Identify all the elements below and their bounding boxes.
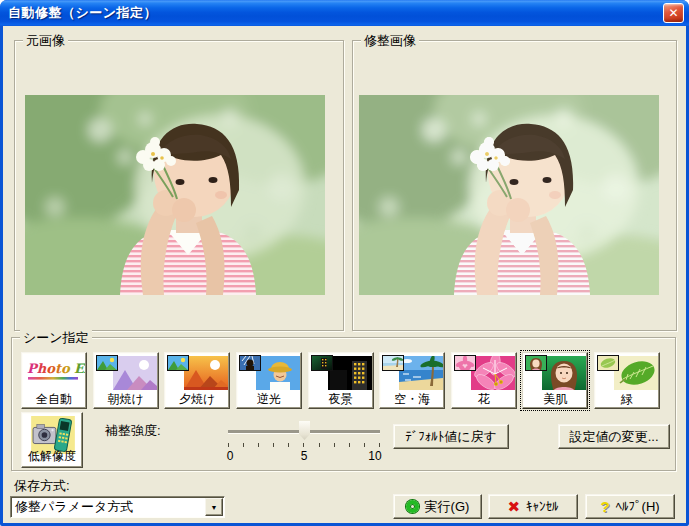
scene-button-skin[interactable]: 美肌 xyxy=(522,352,588,409)
titlebar[interactable]: 自動修整（シーン指定） ✕ xyxy=(0,0,689,26)
flower-thumb-icon xyxy=(454,355,476,371)
dialog-auto-correction: 自動修整（シーン指定） ✕ 元画像 修整画像 シーン指定 Photo EArt xyxy=(0,0,689,526)
sky-sea-icon xyxy=(399,356,443,390)
change-settings-button[interactable]: 設定値の変更... xyxy=(558,424,670,449)
scene-button-backlight[interactable]: 逆光 xyxy=(236,352,302,409)
scene-label: 全自動 xyxy=(22,393,86,406)
sunset-icon xyxy=(184,356,228,390)
help-label: ﾍﾙﾌﾟ(H) xyxy=(616,499,660,514)
skin-icon xyxy=(542,356,586,390)
cancel-label: ｷｬﾝｾﾙ xyxy=(526,499,559,514)
normal-scene-thumb-icon xyxy=(167,355,189,371)
photoeart-logo-icon: Photo EArt xyxy=(25,357,85,391)
run-label: 実行(G) xyxy=(425,498,470,516)
change-settings-label: 設定値の変更... xyxy=(569,428,658,446)
tick-label-5: 5 xyxy=(301,449,308,463)
backlight-icon xyxy=(256,356,300,390)
dialog-body: 元画像 修整画像 シーン指定 Photo EArt 全自動 xyxy=(3,26,686,523)
night-thumb-icon xyxy=(311,355,333,371)
reset-default-button[interactable]: ﾃﾞﾌｫﾙﾄ値に戻す xyxy=(393,424,509,449)
cancel-button[interactable]: ✖ ｷｬﾝｾﾙ xyxy=(488,494,578,519)
group-corrected-label: 修整画像 xyxy=(361,33,419,48)
strength-label: 補整強度: xyxy=(105,422,161,440)
scene-label: 逆光 xyxy=(237,393,301,406)
scene-button-night-view[interactable]: 夜景 xyxy=(308,352,374,409)
scene-button-sunset[interactable]: 夕焼け xyxy=(164,352,230,409)
close-icon: ✕ xyxy=(668,6,678,20)
scene-button-sky-sea[interactable]: 空・海 xyxy=(379,352,445,409)
leaf-thumb-icon xyxy=(597,355,619,371)
original-photo xyxy=(25,95,325,295)
corrected-photo xyxy=(359,95,659,295)
scene-button-full-auto[interactable]: Photo EArt 全自動 xyxy=(21,352,87,409)
scene-label: 夕焼け xyxy=(165,393,229,406)
green-leaf-icon xyxy=(614,356,658,390)
slider-ticks xyxy=(228,443,380,448)
scene-button-flower[interactable]: 花 xyxy=(451,352,517,409)
group-original-label: 元画像 xyxy=(23,33,68,48)
scene-button-row: Photo EArt 全自動 朝焼け xyxy=(21,352,660,409)
backlight-dark-thumb-icon xyxy=(239,355,261,371)
scene-button-morning-glow[interactable]: 朝焼け xyxy=(93,352,159,409)
skin-thumb-icon xyxy=(525,355,547,371)
chevron-down-icon: ▼ xyxy=(211,498,218,517)
scene-label: 空・海 xyxy=(380,393,444,406)
run-button[interactable]: 実行(G) xyxy=(393,494,482,519)
group-scene-label: シーン指定 xyxy=(20,330,92,345)
cancel-x-icon: ✖ xyxy=(507,499,520,514)
save-method-select[interactable]: 修整パラメータ方式 ▼ xyxy=(10,496,225,518)
run-icon xyxy=(406,500,419,513)
scene-label: 夜景 xyxy=(309,393,373,406)
beach-thumb-icon xyxy=(382,355,404,371)
tick-label-0: 0 xyxy=(227,449,234,463)
dropdown-button[interactable]: ▼ xyxy=(205,498,223,516)
scene-label: 花 xyxy=(452,393,516,406)
tick-label-10: 10 xyxy=(368,449,381,463)
save-method-label: 保存方式: xyxy=(14,477,70,495)
save-method-value: 修整パラメータ方式 xyxy=(15,499,133,514)
svg-text:Photo EArt: Photo EArt xyxy=(27,361,85,376)
night-view-icon xyxy=(328,356,372,390)
low-resolution-button[interactable]: 低解像度 xyxy=(21,412,83,468)
window-title: 自動修整（シーン指定） xyxy=(0,4,157,22)
scene-button-green[interactable]: 緑 xyxy=(594,352,660,409)
scene-label: 緑 xyxy=(595,393,659,406)
morning-glow-icon xyxy=(113,356,157,390)
reset-default-label: ﾃﾞﾌｫﾙﾄ値に戻す xyxy=(405,428,497,446)
close-button[interactable]: ✕ xyxy=(663,3,684,23)
flower-icon xyxy=(471,356,515,390)
scene-label: 美肌 xyxy=(523,393,587,406)
scene-label: 朝焼け xyxy=(94,393,158,406)
help-button[interactable]: ? ﾍﾙﾌﾟ(H) xyxy=(585,494,675,519)
normal-scene-thumb-icon xyxy=(96,355,118,371)
low-resolution-label: 低解像度 xyxy=(22,448,82,465)
help-question-icon: ? xyxy=(600,499,609,514)
